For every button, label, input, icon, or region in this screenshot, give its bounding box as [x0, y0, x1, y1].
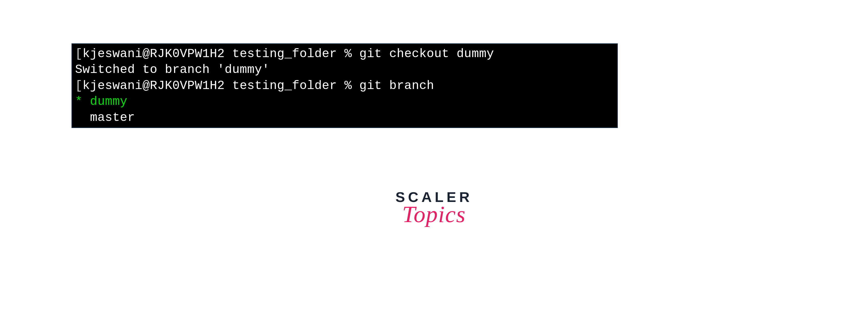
terminal-line-branch: master: [75, 110, 614, 126]
branch-name-current: dummy: [90, 95, 128, 108]
prompt-bracket: [: [75, 47, 83, 61]
shell-prompt: kjeswani@RJK0VPW1H2 testing_folder %: [83, 79, 359, 93]
branch-name: master: [90, 111, 135, 125]
prompt-bracket: [: [75, 79, 83, 93]
terminal-line-output: Switched to branch 'dummy': [75, 62, 614, 77]
output-text: Switched to branch 'dummy': [75, 63, 270, 76]
git-command: git branch: [360, 79, 434, 93]
branch-marker: *: [75, 95, 90, 108]
logo-text-secondary: Topics: [396, 201, 472, 228]
terminal-window[interactable]: [kjeswani@RJK0VPW1H2 testing_folder % gi…: [71, 43, 618, 128]
logo: SCALER Topics: [396, 189, 472, 228]
terminal-line-command: [kjeswani@RJK0VPW1H2 testing_folder % gi…: [75, 46, 614, 62]
branch-marker: [75, 111, 90, 125]
git-command: git checkout dummy: [360, 47, 494, 61]
shell-prompt: kjeswani@RJK0VPW1H2 testing_folder %: [83, 47, 359, 61]
terminal-line-command: [kjeswani@RJK0VPW1H2 testing_folder % gi…: [75, 78, 614, 94]
terminal-line-branch-current: * dummy: [75, 94, 614, 109]
